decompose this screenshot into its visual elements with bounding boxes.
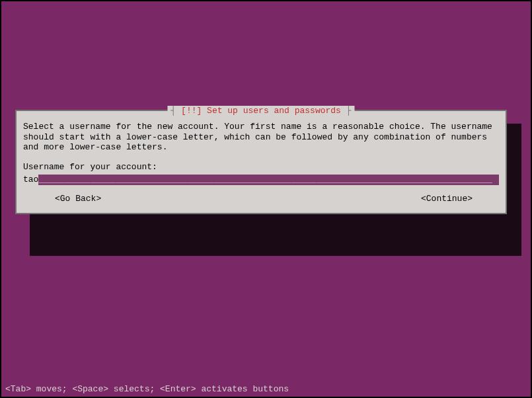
continue-button[interactable]: <Continue>: [421, 194, 473, 204]
footer-hint: <Tab> moves; <Space> selects; <Enter> ac…: [5, 384, 289, 394]
dialog-title-text: [!!] Set up users and passwords: [181, 106, 341, 116]
go-back-button[interactable]: <Go Back>: [55, 194, 101, 204]
username-prompt: Username for your account:: [23, 162, 499, 172]
dialog-title: ┤ [!!] Set up users and passwords ├: [167, 106, 354, 116]
dialog-description: Select a username for the new account. Y…: [23, 122, 499, 153]
username-value: tao: [23, 175, 38, 185]
setup-users-dialog: ┤ [!!] Set up users and passwords ├ Sele…: [15, 110, 507, 214]
username-input[interactable]: tao_____________________________________…: [23, 175, 499, 185]
button-row: <Go Back> <Continue>: [23, 194, 499, 204]
